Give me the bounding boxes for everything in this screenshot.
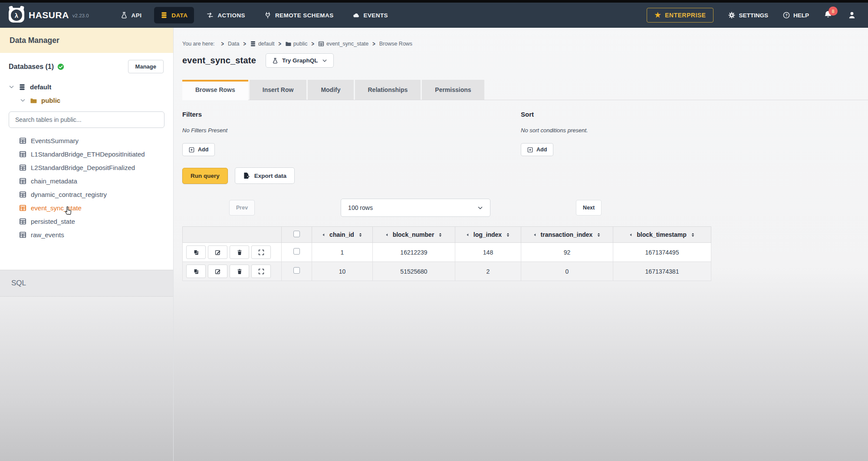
row-checkbox[interactable] — [293, 248, 300, 255]
rows-per-page-select[interactable]: 100 rows — [341, 199, 490, 217]
column-collapse-icon[interactable] — [385, 233, 389, 237]
row-expand-button[interactable] — [251, 245, 271, 259]
hasura-logo-icon: λ — [9, 8, 24, 23]
breadcrumb-link[interactable]: event_sync_state — [326, 41, 368, 47]
sort-section: Sort No sort conditions present. Add — [521, 111, 868, 156]
trash-icon — [237, 268, 243, 275]
row-checkbox[interactable] — [293, 267, 300, 274]
table-name: persisted_state — [31, 218, 75, 225]
table-row: 1051525680201671374381 — [183, 262, 711, 281]
sidebar-table-item-5[interactable]: event_sync_state — [18, 201, 167, 215]
row-delete-button[interactable] — [230, 265, 249, 278]
chevron-down-icon[interactable] — [9, 84, 14, 90]
breadcrumb-link[interactable]: default — [258, 41, 275, 47]
tab-2[interactable]: Modify — [308, 80, 353, 100]
nav-item-2[interactable]: ACTIONS — [200, 7, 252, 23]
nav-item-3[interactable]: REMOTE SCHEMAS — [258, 7, 340, 23]
breadcrumb-item-2: > public — [274, 41, 307, 47]
help-button[interactable]: ? HELP — [783, 12, 809, 19]
plus-square-icon — [527, 147, 533, 153]
sidebar-table-item-7[interactable]: raw_events — [18, 228, 167, 242]
breadcrumb-link[interactable]: Data — [228, 41, 239, 47]
row-clone-button[interactable] — [186, 245, 206, 259]
user-icon[interactable] — [848, 11, 856, 19]
run-query-button[interactable]: Run query — [182, 168, 228, 184]
sort-icon[interactable] — [438, 232, 443, 238]
next-page-button[interactable]: Next — [576, 200, 602, 216]
tree-item-schema-public[interactable]: public — [17, 94, 167, 107]
trash-icon — [237, 249, 243, 255]
row-edit-button[interactable] — [208, 265, 227, 278]
sort-icon[interactable] — [690, 232, 695, 238]
nav-item-4[interactable]: EVENTS — [346, 7, 395, 23]
sort-icon[interactable] — [358, 232, 363, 238]
sort-heading: Sort — [521, 111, 868, 118]
chevron-down-icon[interactable] — [20, 98, 26, 103]
column-collapse-icon[interactable] — [629, 233, 633, 237]
table-icon — [19, 150, 26, 158]
breadcrumb-link[interactable]: Browse Rows — [379, 41, 412, 47]
cell-block_number: 16212239 — [373, 243, 455, 262]
data-sidebar: Data Manager Databases (1) Manage defaul… — [0, 28, 174, 461]
select-all-header — [282, 227, 312, 243]
sort-icon[interactable] — [506, 232, 510, 238]
cell-log_index: 2 — [455, 262, 521, 281]
nav-item-1[interactable]: DATA — [154, 7, 194, 23]
select-all-checkbox[interactable] — [293, 231, 300, 237]
enterprise-button[interactable]: ★ ENTERPRISE — [647, 8, 713, 23]
column-header-log_index[interactable]: log_index — [455, 227, 521, 243]
breadcrumb-link[interactable]: public — [293, 41, 308, 47]
sort-empty-text: No sort conditions present. — [521, 127, 868, 134]
settings-button[interactable]: SETTINGS — [728, 12, 768, 19]
sidebar-table-item-6[interactable]: persisted_state — [18, 215, 167, 228]
add-sort-button[interactable]: Add — [521, 143, 553, 156]
table-search-input[interactable] — [9, 111, 164, 128]
check-circle-icon — [57, 63, 64, 70]
sidebar-table-item-0[interactable]: EventsSummary — [18, 134, 167, 147]
enterprise-label: ENTERPRISE — [665, 12, 706, 19]
tab-label: Permissions — [435, 86, 471, 93]
tab-3[interactable]: Relationships — [355, 80, 421, 100]
folder-icon — [30, 97, 37, 104]
table-icon — [19, 218, 26, 225]
edit-icon — [215, 249, 221, 255]
clone-icon — [193, 249, 199, 255]
tab-1[interactable]: Insert Row — [250, 80, 307, 100]
tab-4[interactable]: Permissions — [422, 80, 484, 100]
row-expand-button[interactable] — [251, 265, 271, 278]
row-clone-button[interactable] — [186, 265, 206, 278]
actions-column-header — [183, 227, 282, 243]
try-graphql-button[interactable]: Try GraphQL — [266, 53, 334, 68]
column-header-block_number[interactable]: block_number — [373, 227, 455, 243]
prev-page-button[interactable]: Prev — [229, 200, 255, 216]
sidebar-table-item-1[interactable]: L1StandardBridge_ETHDepositInitiated — [18, 147, 167, 161]
notification-badge: 8 — [829, 7, 838, 16]
manage-button[interactable]: Manage — [128, 60, 164, 73]
column-header-transaction_index[interactable]: transaction_index — [521, 227, 613, 243]
column-collapse-icon[interactable] — [466, 233, 470, 237]
export-data-button[interactable]: Export data — [235, 167, 295, 184]
sort-icon[interactable] — [596, 232, 601, 238]
sidebar-item-sql[interactable]: SQL — [0, 270, 173, 297]
column-header-block_timestamp[interactable]: block_timestamp — [613, 227, 711, 243]
row-delete-button[interactable] — [230, 245, 249, 259]
help-label: HELP — [793, 12, 809, 19]
tree-item-database-default[interactable]: default — [6, 80, 167, 94]
sidebar-table-item-4[interactable]: dynamic_contract_registry — [18, 188, 167, 201]
column-collapse-icon[interactable] — [533, 233, 537, 237]
add-filter-label: Add — [198, 147, 208, 153]
column-header-chain_id[interactable]: chain_id — [312, 227, 373, 243]
sidebar-table-item-2[interactable]: L2StandardBridge_DepositFinalized — [18, 161, 167, 174]
nav-item-0[interactable]: API — [114, 7, 148, 23]
tab-label: Relationships — [368, 86, 408, 93]
add-filter-button[interactable]: Add — [182, 143, 215, 156]
notifications-button[interactable]: 8 — [824, 10, 833, 20]
column-collapse-icon[interactable] — [322, 233, 326, 237]
tab-0[interactable]: Browse Rows — [182, 80, 248, 100]
sidebar-table-item-3[interactable]: chain_metadata — [18, 174, 167, 188]
row-edit-button[interactable] — [208, 245, 227, 259]
add-sort-label: Add — [536, 147, 547, 153]
tab-label: Insert Row — [263, 86, 294, 93]
expand-icon — [258, 268, 264, 275]
hasura-logo[interactable]: λ HASURA v2.23.0 — [9, 8, 89, 23]
